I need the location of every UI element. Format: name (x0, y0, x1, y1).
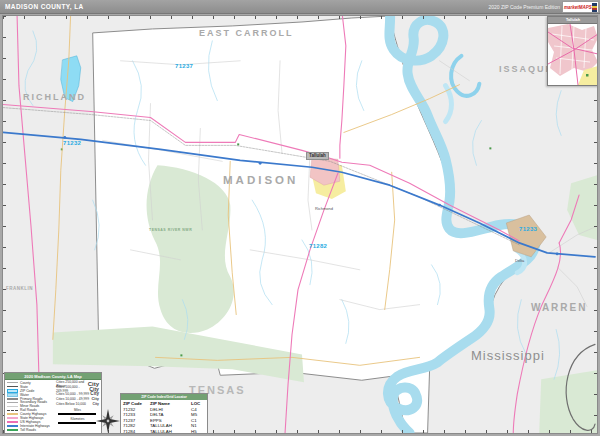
primary-road-swatch (7, 398, 18, 400)
zip-index-table: ZIP Code Index/Grid Locator ZIP Code ZIP… (120, 393, 208, 434)
secondary-road-swatch (7, 402, 18, 403)
scale-bar-kilometers: Kilometers (56, 417, 99, 424)
city-label-tallulah: Tallulah (306, 152, 329, 160)
legend-box: 2020 Madison County, LA Map County State… (4, 372, 102, 434)
miles-bar (58, 413, 96, 416)
scale-bar-miles: Miles (56, 408, 99, 415)
county-map-canvas (3, 16, 597, 433)
county-label-madison: MADISON (223, 174, 298, 186)
grid-ticks-top (3, 16, 597, 19)
railroad-swatch (7, 410, 18, 411)
inset-map (548, 24, 598, 85)
city-label-delta: Delta (515, 258, 524, 263)
legend-city-column: Cities 250,000 and AboveCity Cities 100,… (56, 381, 99, 432)
minor-road-swatch (7, 406, 18, 407)
refuge-label: TENSAS RIVER NWR (149, 228, 192, 232)
water-swatch (7, 393, 18, 397)
county-label-franklin: FRANKLIN (6, 286, 33, 291)
zip-row-cell: 71284 (123, 429, 150, 434)
legend-city-row: Cities Below 10,000City (56, 401, 99, 406)
grid-ticks-left (3, 16, 6, 433)
state-label-mississippi: Mississippi (471, 348, 545, 363)
legend-item: Toll Roads (7, 428, 56, 432)
state-line-swatch (7, 386, 18, 387)
inset-title: Tallulah (548, 17, 598, 24)
toll-road-swatch (7, 429, 18, 431)
city-label-richmond: Richmond (315, 206, 333, 211)
header-bar: MADISON COUNTY, LA 2020 ZIP Code Premium… (0, 0, 600, 14)
county-label-richland: RICHLAND (23, 92, 86, 102)
county-highway-swatch (7, 413, 18, 415)
kilometers-bar (58, 422, 96, 425)
zip-label-71232: 71232 (63, 140, 81, 146)
county-line-swatch (7, 382, 18, 383)
brand-logo-text: marketMAPS (564, 5, 592, 10)
compass-rose-icon (95, 408, 121, 434)
page-title: MADISON COUNTY, LA (5, 3, 84, 10)
zip-row-cell: TALLULAH (150, 429, 191, 434)
legend-symbol-column: County State ZIP Code Water Primary Road… (7, 381, 56, 432)
zip-label-71237: 71237 (175, 63, 193, 69)
zip-label-71282: 71282 (309, 243, 327, 249)
map-sheet: MADISON COUNTY, LA 2020 ZIP Code Premium… (0, 0, 600, 436)
map-area: EAST CARROLL RICHLAND ISSAQUENA MADISON … (2, 15, 598, 434)
logo-badge-icon (592, 3, 597, 12)
downtown-inset: Tallulah (547, 16, 598, 86)
legend-city-row: Cities 10,000 - 49,999City (56, 396, 99, 401)
brand-logo: marketMAPS (562, 1, 599, 13)
interstate-swatch (7, 425, 18, 427)
county-label-warren: WARREN (531, 302, 587, 313)
zip-label-71233: 71233 (519, 226, 537, 232)
state-highway-swatch (7, 417, 18, 419)
us-highway-swatch (7, 421, 18, 423)
county-label-east-carroll: EAST CARROLL (199, 28, 294, 38)
zip-row-cell: H5 (191, 429, 207, 434)
edition-label: 2020 ZIP Code Premium Edition (488, 4, 560, 10)
